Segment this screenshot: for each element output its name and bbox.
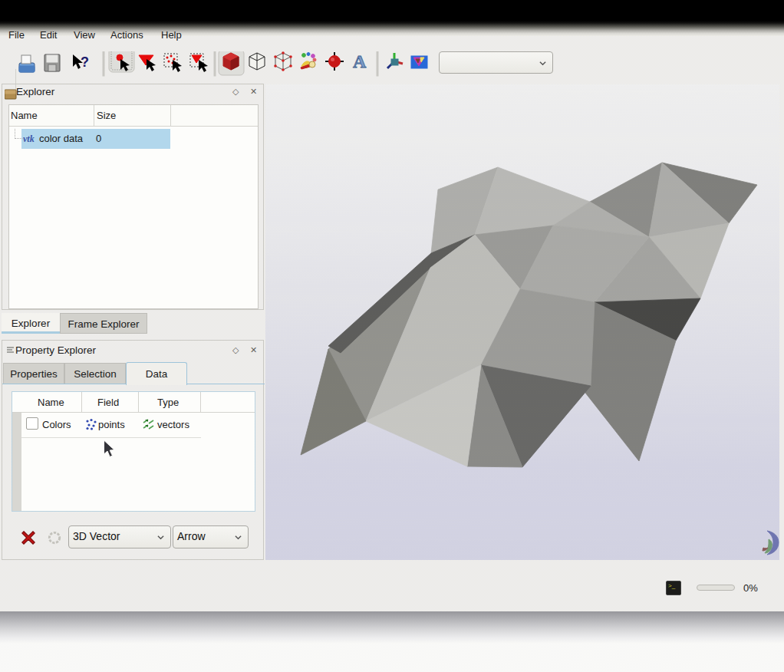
svg-text:vtk: vtk <box>23 133 35 144</box>
svg-text:A: A <box>353 51 367 71</box>
svg-text:?: ? <box>81 54 89 70</box>
